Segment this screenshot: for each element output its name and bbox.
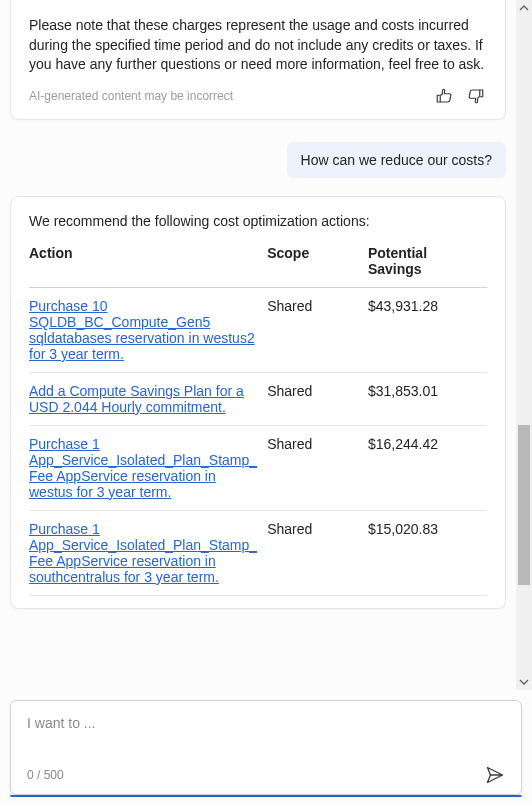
thumbs-up-icon[interactable] (433, 85, 455, 107)
chat-input[interactable] (11, 701, 521, 760)
user-message-bubble: How can we reduce our costs? (287, 142, 506, 178)
table-row: Purchase 1 App_Service_Isolated_Plan_Sta… (29, 425, 487, 510)
savings-cell: $31,853.01 (368, 372, 487, 425)
input-footer: 0 / 500 (11, 760, 521, 794)
ai-card: We recommend the following cost optimiza… (10, 196, 506, 609)
ai-message-previous: Please note that these charges represent… (0, 0, 516, 120)
table-row: Add a Compute Savings Plan for a USD 2.0… (29, 372, 487, 425)
messages-scroll-area: Please note that these charges represent… (0, 0, 516, 690)
action-link[interactable]: Add a Compute Savings Plan for a USD 2.0… (29, 383, 244, 415)
ai-card: Please note that these charges represent… (10, 0, 506, 120)
col-header-scope: Scope (267, 241, 368, 288)
disclaimer-row: AI-generated content may be incorrect (29, 85, 487, 107)
scroll-thumb[interactable] (518, 425, 530, 585)
chat-panel: Please note that these charges represent… (0, 0, 532, 805)
scroll-up-icon[interactable] (516, 0, 532, 16)
feedback-buttons (433, 85, 487, 107)
scroll-down-icon[interactable] (516, 674, 532, 690)
savings-cell: $43,931.28 (368, 287, 487, 372)
table-row: Purchase 10 SQLDB_BC_Compute_Gen5 sqldat… (29, 287, 487, 372)
user-message-row: How can we reduce our costs? (10, 142, 506, 178)
ai-note-text: Please note that these charges represent… (29, 16, 487, 75)
scope-cell: Shared (267, 425, 368, 510)
scope-cell: Shared (267, 287, 368, 372)
savings-cell: $16,244.42 (368, 425, 487, 510)
thumbs-down-icon[interactable] (465, 85, 487, 107)
char-counter: 0 / 500 (27, 768, 64, 782)
table-row: Purchase 1 App_Service_Isolated_Plan_Sta… (29, 510, 487, 595)
input-accent-bar (10, 795, 522, 797)
action-link[interactable]: Purchase 10 SQLDB_BC_Compute_Gen5 sqldat… (29, 298, 255, 362)
action-link[interactable]: Purchase 1 App_Service_Isolated_Plan_Sta… (29, 436, 257, 500)
ai-message-recommendations: We recommend the following cost optimiza… (0, 196, 516, 609)
savings-cell: $15,020.83 (368, 510, 487, 595)
col-header-action: Action (29, 241, 267, 288)
scrollbar[interactable] (516, 0, 532, 690)
recommendation-intro: We recommend the following cost optimiza… (29, 213, 487, 229)
cost-optimization-table: Action Scope Potential Savings Purchase … (29, 241, 487, 596)
col-header-savings: Potential Savings (368, 241, 487, 288)
scope-cell: Shared (267, 372, 368, 425)
ai-disclaimer: AI-generated content may be incorrect (29, 89, 233, 103)
chat-input-bar: 0 / 500 (10, 700, 522, 795)
scope-cell: Shared (267, 510, 368, 595)
send-icon[interactable] (483, 763, 507, 787)
action-link[interactable]: Purchase 1 App_Service_Isolated_Plan_Sta… (29, 521, 257, 585)
